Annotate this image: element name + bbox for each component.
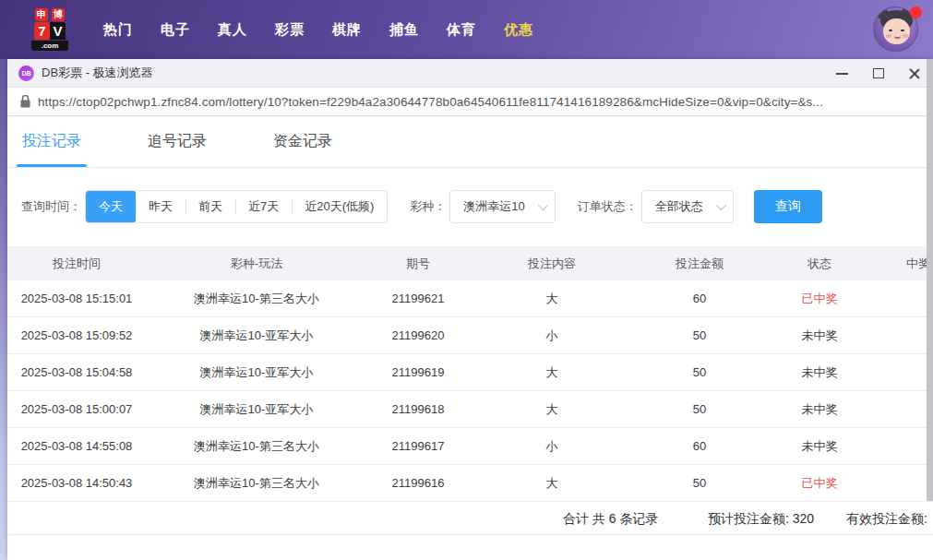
nav-item[interactable]: 电子 — [161, 21, 190, 39]
cell-win-amount: 1 — [875, 292, 933, 305]
cell-bet-time: 2025-03-08 15:04:58 — [7, 365, 146, 379]
site-header: 申 博 7 V .com 热门电子真人彩票棋牌捕鱼体育优惠 — [0, 0, 933, 59]
avatar-blush — [903, 34, 908, 38]
time-option[interactable]: 昨天 — [136, 190, 185, 223]
logo-7: 7 — [34, 22, 50, 40]
chevron-down-icon — [538, 200, 548, 210]
tab[interactable]: 投注记录 — [22, 116, 81, 167]
avatar-blush — [886, 34, 891, 38]
cell-bet-content: 小 — [469, 438, 635, 455]
cell-bet-amount: 60 — [635, 292, 764, 305]
table-row: 2025-03-08 15:04:58澳洲幸运10-亚军大小21199619大5… — [7, 354, 933, 391]
window-controls — [836, 59, 924, 88]
maximize-icon[interactable] — [872, 67, 884, 79]
time-option[interactable]: 今天 — [86, 190, 136, 223]
table-row: 2025-03-08 14:50:43澳洲幸运10-第三名大小21199616大… — [7, 465, 933, 502]
time-option[interactable]: 近20天(低频) — [292, 190, 387, 223]
cell-issue-no: 21199619 — [367, 365, 469, 379]
summary-total-count: 合计 共 6 条记录 — [563, 511, 658, 528]
summary-expected-amount: 预计投注金额: 320 — [708, 511, 814, 528]
table-summary-row: 合计 共 6 条记录 预计投注金额: 320 有效投注金额: — [7, 502, 933, 535]
nav-item[interactable]: 优惠 — [504, 21, 533, 39]
column-header: 投注金额 — [635, 256, 764, 272]
bet-records-table: 投注时间彩种-玩法期号投注内容投注金额状态中奖金额 2025-03-08 15:… — [7, 246, 933, 535]
cell-issue-no: 21199618 — [367, 402, 469, 416]
tabs-row: 投注记录追号记录资金记录 — [7, 116, 933, 168]
cell-bet-content: 大 — [469, 475, 635, 492]
cell-bet-amount: 50 — [635, 402, 764, 416]
avatar-face — [883, 18, 910, 44]
cell-bet-amount: 50 — [635, 328, 764, 342]
cell-status: 未中奖 — [764, 364, 875, 381]
summary-valid-amount: 有效投注金额: — [846, 511, 927, 528]
site-nav: 热门电子真人彩票棋牌捕鱼体育优惠 — [103, 21, 533, 39]
browser-window: DB DB彩票 - 极速浏览器 https://ctop02pchwp1.zfn… — [7, 59, 933, 560]
nav-item[interactable]: 真人 — [218, 21, 247, 39]
cell-status: 未中奖 — [764, 438, 875, 455]
cell-bet-time: 2025-03-08 14:50:43 — [7, 476, 146, 490]
time-filter-group: 今天昨天前天近7天近20天(低频) — [85, 190, 388, 223]
logo-char-2: 博 — [52, 8, 65, 21]
status-filter-label: 订单状态： — [578, 198, 638, 215]
nav-item[interactable]: 彩票 — [275, 21, 305, 39]
time-option[interactable]: 近7天 — [235, 190, 292, 223]
lottery-filter-label: 彩种： — [410, 198, 446, 215]
cell-bet-content: 大 — [469, 291, 635, 307]
cell-status: 已中奖 — [764, 291, 875, 307]
window-title: DB彩票 - 极速浏览器 — [42, 65, 153, 81]
cell-bet-time: 2025-03-08 15:00:07 — [7, 402, 146, 416]
notification-dot — [910, 6, 922, 18]
cell-game-play: 澳洲幸运10-第三名大小 — [146, 438, 367, 455]
lock-icon — [20, 95, 30, 108]
table-header-row: 投注时间彩种-玩法期号投注内容投注金额状态中奖金额 — [7, 246, 933, 280]
lottery-select-value: 澳洲幸运10 — [463, 198, 524, 215]
cell-game-play: 澳洲幸运10-第三名大小 — [146, 291, 367, 307]
cell-issue-no: 21199617 — [367, 439, 469, 453]
logo-char-1: 申 — [35, 8, 48, 21]
cell-issue-no: 21199621 — [367, 292, 469, 305]
search-button[interactable]: 查询 — [754, 190, 822, 223]
logo-com: .com — [31, 41, 68, 51]
avatar-eye — [901, 30, 904, 31]
time-filter-label: 查询时间： — [21, 198, 81, 215]
nav-item[interactable]: 棋牌 — [332, 21, 362, 39]
table-row: 2025-03-08 15:15:01澳洲幸运10-第三名大小21199621大… — [7, 280, 933, 317]
url-bar[interactable]: https://ctop02pchwp1.zfnc84.com/lottery/… — [7, 88, 933, 116]
scrollbar-thumb[interactable] — [927, 59, 933, 501]
logo-mid-row: 7 V — [34, 22, 66, 40]
user-avatar[interactable] — [873, 6, 918, 52]
column-header: 状态 — [764, 256, 875, 272]
avatar-bun-left — [877, 8, 889, 19]
nav-item[interactable]: 热门 — [103, 21, 133, 39]
filter-bar: 查询时间： 今天昨天前天近7天近20天(低频) 彩种： 澳洲幸运10 订单状态：… — [7, 190, 933, 223]
cell-win-amount: 9 — [875, 476, 933, 490]
lottery-select[interactable]: 澳洲幸运10 — [449, 190, 555, 223]
table-row: 2025-03-08 15:09:52澳洲幸运10-亚军大小21199620小5… — [7, 317, 933, 354]
cell-game-play: 澳洲幸运10-亚军大小 — [146, 364, 367, 381]
chevron-down-icon — [716, 200, 726, 210]
nav-item[interactable]: 体育 — [447, 21, 476, 39]
avatar-eye — [889, 30, 892, 31]
favicon-db: DB — [18, 66, 34, 81]
minimize-icon[interactable] — [836, 67, 848, 79]
time-option[interactable]: 前天 — [185, 190, 235, 223]
cell-game-play: 澳洲幸运10-亚军大小 — [146, 401, 367, 418]
column-header: 期号 — [367, 256, 469, 272]
cell-issue-no: 21199616 — [367, 476, 469, 490]
cell-bet-amount: 60 — [635, 439, 764, 453]
cell-game-play: 澳洲幸运10-第三名大小 — [146, 475, 367, 492]
nav-item[interactable]: 捕鱼 — [389, 21, 419, 39]
tab[interactable]: 资金记录 — [273, 116, 332, 167]
cell-bet-time: 2025-03-08 15:15:01 — [7, 292, 146, 305]
scrollbar[interactable] — [927, 59, 933, 501]
cell-bet-content: 大 — [469, 401, 635, 418]
column-header: 彩种-玩法 — [146, 256, 367, 272]
url-text: https://ctop02pchwp1.zfnc84.com/lottery/… — [38, 95, 823, 109]
close-icon[interactable] — [908, 67, 920, 79]
site-logo[interactable]: 申 博 7 V .com — [20, 8, 79, 51]
status-select-value: 全部状态 — [655, 198, 703, 215]
status-select[interactable]: 全部状态 — [641, 190, 734, 223]
cell-game-play: 澳洲幸运10-亚军大小 — [146, 328, 367, 344]
table-row: 2025-03-08 15:00:07澳洲幸运10-亚军大小21199618大5… — [7, 391, 933, 428]
tab[interactable]: 追号记录 — [148, 116, 207, 167]
